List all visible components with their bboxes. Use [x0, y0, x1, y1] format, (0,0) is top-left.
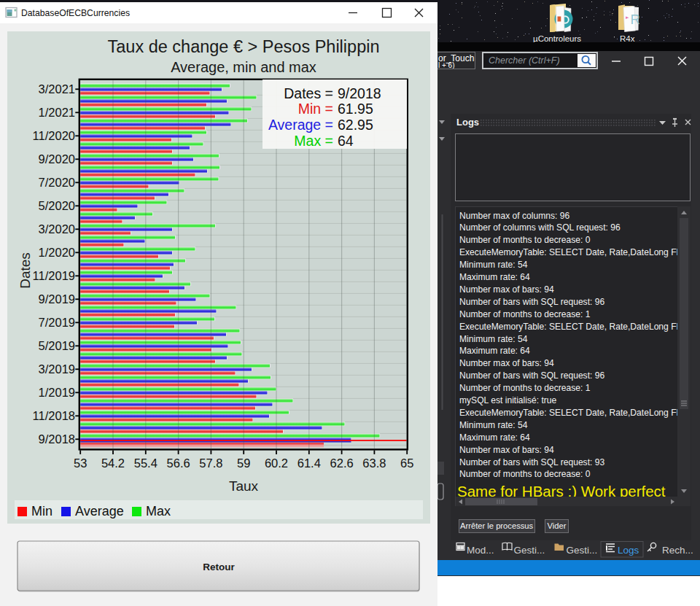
svg-text:Min =: Min =: [298, 101, 333, 117]
svg-text:57.8: 57.8: [199, 457, 222, 470]
svg-text:62.6: 62.6: [330, 457, 354, 470]
svg-text:R: R: [631, 12, 640, 27]
svg-text:55.4: 55.4: [134, 457, 158, 470]
svg-text:Max =: Max =: [294, 133, 333, 149]
svg-text:3/2021: 3/2021: [39, 82, 75, 96]
svg-text:64: 64: [338, 133, 354, 149]
svg-text:61.95: 61.95: [338, 101, 373, 117]
svg-text:11/2018: 11/2018: [33, 409, 75, 422]
svg-text:59: 59: [237, 457, 250, 470]
svg-text:1/2021: 1/2021: [39, 106, 75, 119]
svg-text:11/2020: 11/2020: [33, 129, 75, 142]
svg-text:9/2020: 9/2020: [39, 152, 75, 166]
svg-text:63.8: 63.8: [362, 457, 386, 470]
svg-text:Taux de change € > Pesos Phili: Taux de change € > Pesos Philippin: [108, 37, 380, 56]
svg-text:54.2: 54.2: [101, 457, 125, 470]
svg-text:Max: Max: [146, 504, 171, 518]
svg-text:Retour: Retour: [203, 562, 235, 572]
svg-text:9/2019: 9/2019: [39, 292, 75, 306]
svg-text:7/2020: 7/2020: [39, 176, 75, 189]
svg-text:7/2019: 7/2019: [39, 316, 75, 329]
svg-text:Average: Average: [75, 504, 124, 518]
svg-text:Average, min and max: Average, min and max: [171, 59, 316, 75]
svg-text:53: 53: [74, 457, 87, 470]
svg-text:56.6: 56.6: [167, 457, 190, 470]
svg-text:1/2019: 1/2019: [39, 386, 75, 399]
svg-text:3/2020: 3/2020: [39, 222, 75, 236]
svg-text:Min: Min: [31, 504, 52, 518]
svg-text:Average =: Average =: [268, 117, 333, 133]
svg-text:9/2018: 9/2018: [39, 432, 75, 446]
svg-text:9/2018: 9/2018: [338, 85, 381, 101]
svg-text:3/2019: 3/2019: [39, 362, 75, 376]
svg-text:Dates =: Dates =: [284, 85, 333, 101]
svg-text:60.2: 60.2: [265, 457, 288, 470]
svg-text:5/2019: 5/2019: [39, 339, 75, 352]
svg-text:1/2020: 1/2020: [39, 246, 75, 259]
svg-text:62.95: 62.95: [338, 117, 373, 133]
svg-text:61.4: 61.4: [298, 457, 321, 470]
svg-text:5/2020: 5/2020: [39, 199, 75, 212]
svg-text:Dates: Dates: [18, 252, 33, 289]
svg-text:65: 65: [400, 457, 413, 470]
svg-text:11/2019: 11/2019: [33, 269, 75, 282]
svg-text:Taux: Taux: [229, 478, 259, 494]
